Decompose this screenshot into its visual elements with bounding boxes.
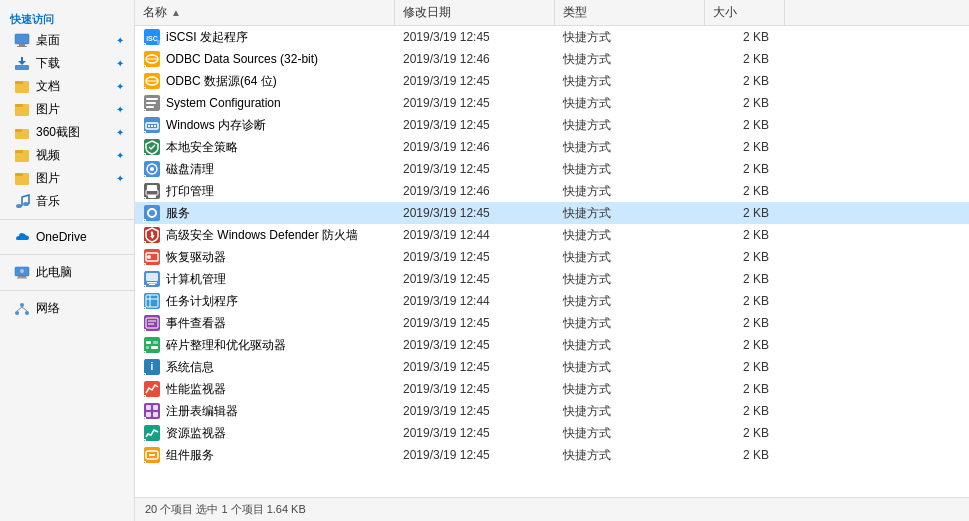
table-row[interactable]: 任务计划程序 2019/3/19 12:44 快捷方式 2 KB	[135, 290, 969, 312]
file-name-cell: 事件查看器	[135, 314, 395, 332]
table-row[interactable]: System Configuration 2019/3/19 12:45 快捷方…	[135, 92, 969, 114]
file-type: 快捷方式	[555, 73, 705, 90]
documents-icon	[14, 79, 30, 95]
table-row[interactable]: 服务 2019/3/19 12:45 快捷方式 2 KB	[135, 202, 969, 224]
file-icon	[143, 336, 161, 354]
file-date: 2019/3/19 12:46	[395, 140, 555, 154]
file-icon	[143, 248, 161, 266]
file-size: 2 KB	[705, 206, 785, 220]
file-name-text: iSCSI 发起程序	[166, 29, 248, 46]
col-header-type[interactable]: 类型	[555, 0, 705, 25]
table-row[interactable]: 恢复驱动器 2019/3/19 12:45 快捷方式 2 KB	[135, 246, 969, 268]
file-size: 2 KB	[705, 316, 785, 330]
col-header-name[interactable]: 名称 ▲	[135, 0, 395, 25]
svg-point-24	[15, 311, 19, 315]
quick-access-header[interactable]: 快速访问	[0, 8, 134, 29]
svg-point-25	[25, 311, 29, 315]
file-name-cell: 服务	[135, 204, 395, 222]
file-type: 快捷方式	[555, 403, 705, 420]
table-row[interactable]: ODBC Data Sources (32-bit) 2019/3/19 12:…	[135, 48, 969, 70]
file-name-text: 高级安全 Windows Defender 防火墙	[166, 227, 358, 244]
sidebar-item-downloads[interactable]: 下载 ✦	[0, 52, 134, 75]
file-name-text: 组件服务	[166, 447, 214, 464]
file-date: 2019/3/19 12:45	[395, 272, 555, 286]
table-row[interactable]: 组件服务 2019/3/19 12:45 快捷方式 2 KB	[135, 444, 969, 466]
table-row[interactable]: 资源监视器 2019/3/19 12:45 快捷方式 2 KB	[135, 422, 969, 444]
pictures2-icon	[14, 171, 30, 187]
svg-line-27	[22, 307, 27, 311]
pictures-label: 图片	[36, 101, 116, 118]
file-name-text: 碎片整理和优化驱动器	[166, 337, 286, 354]
file-size: 2 KB	[705, 96, 785, 110]
table-row[interactable]: 注册表编辑器 2019/3/19 12:45 快捷方式 2 KB	[135, 400, 969, 422]
file-name-text: Windows 内存诊断	[166, 117, 266, 134]
sidebar-item-thispc[interactable]: 此电脑	[0, 261, 134, 284]
col-date-label: 修改日期	[403, 4, 451, 21]
svg-rect-111	[149, 454, 155, 456]
file-size: 2 KB	[705, 382, 785, 396]
pictures2-label: 图片	[36, 170, 116, 187]
file-type: 快捷方式	[555, 139, 705, 156]
360capture-label: 360截图	[36, 124, 116, 141]
file-date: 2019/3/19 12:46	[395, 184, 555, 198]
table-row[interactable]: 计算机管理 2019/3/19 12:45 快捷方式 2 KB	[135, 268, 969, 290]
file-name-text: 性能监视器	[166, 381, 226, 398]
file-type: 快捷方式	[555, 205, 705, 222]
table-row[interactable]: 事件查看器 2019/3/19 12:45 快捷方式 2 KB	[135, 312, 969, 334]
column-headers: 名称 ▲ 修改日期 类型 大小	[135, 0, 969, 26]
file-icon	[143, 314, 161, 332]
table-row[interactable]: 碎片整理和优化驱动器 2019/3/19 12:45 快捷方式 2 KB	[135, 334, 969, 356]
file-name-cell: ODBC Data Sources (32-bit)	[135, 50, 395, 68]
thispc-icon	[14, 265, 30, 281]
file-type: 快捷方式	[555, 117, 705, 134]
file-icon	[143, 116, 161, 134]
file-name-cell: 高级安全 Windows Defender 防火墙	[135, 226, 395, 244]
sidebar-item-360capture[interactable]: 360截图 ✦	[0, 121, 134, 144]
file-date: 2019/3/19 12:44	[395, 228, 555, 242]
svg-rect-49	[154, 125, 156, 127]
sidebar-item-onedrive[interactable]: OneDrive	[0, 226, 134, 248]
file-icon	[143, 182, 161, 200]
svg-point-17	[16, 204, 22, 208]
svg-rect-76	[146, 273, 158, 281]
table-row[interactable]: 打印管理 2019/3/19 12:46 快捷方式 2 KB	[135, 180, 969, 202]
sidebar-item-network[interactable]: 网络	[0, 297, 134, 320]
col-header-date[interactable]: 修改日期	[395, 0, 555, 25]
col-type-label: 类型	[563, 4, 587, 21]
sidebar-item-pictures[interactable]: 图片 ✦	[0, 98, 134, 121]
table-row[interactable]: Windows 内存诊断 2019/3/19 12:45 快捷方式 2 KB	[135, 114, 969, 136]
table-row[interactable]: i 系统信息 2019/3/19 12:45 快捷方式 2 KB	[135, 356, 969, 378]
network-label: 网络	[36, 300, 128, 317]
file-name-text: 打印管理	[166, 183, 214, 200]
table-row[interactable]: 磁盘清理 2019/3/19 12:45 快捷方式 2 KB	[135, 158, 969, 180]
table-row[interactable]: iSC iSCSI 发起程序 2019/3/19 12:45 快捷方式 2 KB	[135, 26, 969, 48]
sidebar-item-documents[interactable]: 文档 ✦	[0, 75, 134, 98]
table-row[interactable]: 高级安全 Windows Defender 防火墙 2019/3/19 12:4…	[135, 224, 969, 246]
file-name-cell: 计算机管理	[135, 270, 395, 288]
col-header-size[interactable]: 大小	[705, 0, 785, 25]
sidebar-item-desktop[interactable]: 桌面 ✦	[0, 29, 134, 52]
pin-icon-pic: ✦	[116, 104, 128, 116]
file-type: 快捷方式	[555, 249, 705, 266]
file-type: 快捷方式	[555, 447, 705, 464]
sidebar-divider-1	[0, 219, 134, 220]
videos-icon	[14, 148, 30, 164]
file-size: 2 KB	[705, 118, 785, 132]
table-row[interactable]: ODBC 数据源(64 位) 2019/3/19 12:45 快捷方式 2 KB	[135, 70, 969, 92]
sidebar-item-music[interactable]: 音乐	[0, 190, 134, 213]
file-type: 快捷方式	[555, 51, 705, 68]
table-row[interactable]: 性能监视器 2019/3/19 12:45 快捷方式 2 KB	[135, 378, 969, 400]
svg-point-23	[20, 303, 24, 307]
pin-icon-360: ✦	[116, 127, 128, 139]
sidebar-item-pictures2[interactable]: 图片 ✦	[0, 167, 134, 190]
table-row[interactable]: 本地安全策略 2019/3/19 12:46 快捷方式 2 KB	[135, 136, 969, 158]
sidebar-item-videos[interactable]: 视频 ✦	[0, 144, 134, 167]
file-name-text: 系统信息	[166, 359, 214, 376]
file-name-text: 任务计划程序	[166, 293, 238, 310]
file-name-text: ODBC 数据源(64 位)	[166, 73, 277, 90]
file-date: 2019/3/19 12:44	[395, 294, 555, 308]
pin-icon-doc: ✦	[116, 81, 128, 93]
file-name-cell: 打印管理	[135, 182, 395, 200]
file-icon	[143, 204, 161, 222]
file-date: 2019/3/19 12:45	[395, 96, 555, 110]
